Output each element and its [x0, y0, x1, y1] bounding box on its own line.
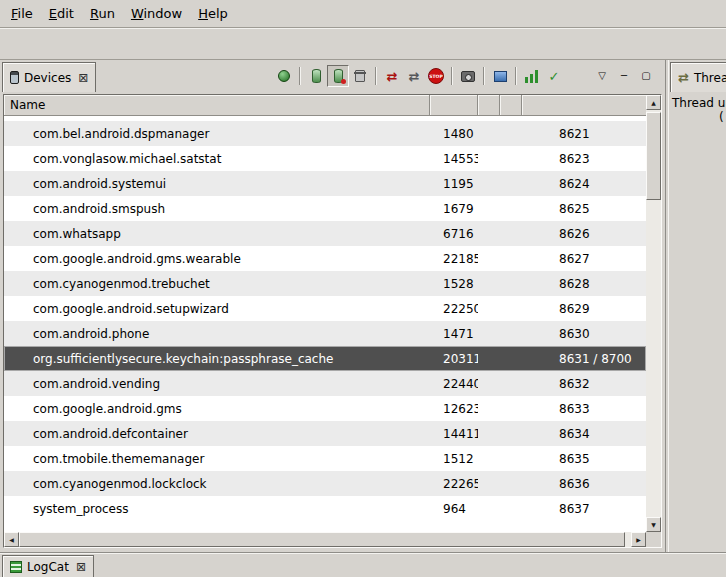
process-port-cell: 8621	[522, 127, 646, 141]
process-row[interactable]: com.android.smspush 1679 8625	[4, 196, 646, 221]
sysinfo-button[interactable]	[521, 65, 543, 87]
process-row[interactable]: com.cyanogenmod.trebuchet 1528 8628	[4, 271, 646, 296]
process-pid-cell: 22250	[430, 302, 478, 316]
close-icon[interactable]: ⊠	[76, 561, 86, 573]
scroll-left-icon: ◀	[9, 536, 14, 543]
logcat-icon	[10, 561, 22, 573]
menu-help[interactable]: Help	[191, 2, 237, 25]
process-name-cell: com.android.defcontainer	[4, 427, 430, 441]
scroll-up-button[interactable]: ▲	[646, 95, 661, 110]
toolbar-separator	[515, 67, 517, 85]
scroll-right-button[interactable]: ▶	[631, 532, 646, 547]
process-pid-cell: 1679	[430, 202, 478, 216]
stop-process-button[interactable]: STOP	[425, 65, 447, 87]
process-pid-cell: 6716	[430, 227, 478, 241]
process-pid-cell: 1195	[430, 177, 478, 191]
process-row[interactable]: com.whatsapp 6716 8626	[4, 221, 646, 246]
scroll-down-button[interactable]: ▼	[646, 517, 661, 532]
refresh-button[interactable]: ✓	[543, 65, 565, 87]
column-header-port[interactable]	[522, 95, 646, 115]
threads-message-line2: (	[669, 110, 726, 124]
scrollbar-corner	[646, 532, 661, 547]
main-toolbar-strip	[0, 27, 726, 60]
process-port-cell: 8627	[522, 252, 646, 266]
menu-edit[interactable]: Edit	[42, 2, 83, 25]
process-pid-cell: 20311	[430, 352, 478, 366]
process-port-cell: 8625	[522, 202, 646, 216]
process-port-cell: 8626	[522, 227, 646, 241]
process-name-cell: com.bel.android.dspmanager	[4, 127, 430, 141]
dump-threads-icon: ⇄	[409, 70, 420, 83]
process-row[interactable]: com.android.defcontainer 14411 8634	[4, 421, 646, 446]
tab-devices[interactable]: Devices ⊠	[2, 62, 96, 92]
devices-panel-header: Devices ⊠ ⇄ ⇄ STOP ✓	[0, 60, 665, 94]
column-header-name[interactable]: Name	[4, 95, 430, 115]
update-threads-button[interactable]: ⇄	[381, 65, 403, 87]
process-row[interactable]: com.tmobile.thememanager 1512 8635	[4, 446, 646, 471]
process-name-cell: com.android.systemui	[4, 177, 430, 191]
tab-threads[interactable]: ⇄ Threads	[670, 62, 726, 92]
vertical-scroll-thumb[interactable]	[646, 112, 661, 200]
process-port-cell: 8636	[522, 477, 646, 491]
process-row[interactable]: com.bel.android.dspmanager 1480 8621	[4, 121, 646, 146]
menu-window[interactable]: Window	[124, 2, 191, 25]
process-row[interactable]: com.android.phone 1471 8630	[4, 321, 646, 346]
process-name-cell: com.android.smspush	[4, 202, 430, 216]
process-row[interactable]: com.google.android.gms 12623 8633	[4, 396, 646, 421]
process-row[interactable]: com.cyanogenmod.lockclock 22265 8636	[4, 471, 646, 496]
column-header-pid[interactable]	[430, 95, 478, 115]
view-menu-button[interactable]: ▽	[591, 65, 613, 87]
debug-process-button[interactable]	[273, 65, 295, 87]
horizontal-scroll-thumb[interactable]	[19, 532, 625, 547]
close-icon[interactable]: ⊠	[78, 72, 88, 84]
dump-threads-button[interactable]: ⇄	[403, 65, 425, 87]
process-pid-cell: 22440	[430, 377, 478, 391]
minimize-button[interactable]: ─	[613, 65, 635, 87]
dump-hprof-button[interactable]	[327, 65, 349, 87]
column-header-blank2[interactable]	[500, 95, 522, 115]
view-hierarchy-button[interactable]	[489, 65, 511, 87]
process-row[interactable]: com.google.android.gms.wearable 22185 86…	[4, 246, 646, 271]
device-icon	[10, 71, 19, 84]
process-row[interactable]: system_process 964 8637	[4, 496, 646, 521]
threads-panel-header: ⇄ Threads	[669, 60, 726, 94]
menu-bar: File Edit Run Window Help	[0, 0, 726, 27]
menu-file[interactable]: File	[4, 2, 42, 25]
vertical-scrollbar[interactable]: ▲ ▼	[646, 95, 661, 532]
process-pid-cell: 1528	[430, 277, 478, 291]
process-row[interactable]: com.android.vending 22440 8632	[4, 371, 646, 396]
process-row[interactable]: com.vonglasow.michael.satstat 14553 8623	[4, 146, 646, 171]
logcat-bar: LogCat ⊠	[0, 552, 726, 577]
camera-icon	[461, 71, 475, 82]
process-name-cell: com.tmobile.thememanager	[4, 452, 430, 466]
horizontal-scrollbar[interactable]: ◀ ▶	[4, 532, 646, 547]
toolbar-separator	[299, 67, 301, 85]
stop-sign-icon: STOP	[428, 68, 444, 84]
scroll-down-icon: ▼	[651, 521, 656, 528]
process-row[interactable]: org.sufficientlysecure.keychain:passphra…	[4, 346, 646, 371]
scroll-right-icon: ▶	[636, 536, 641, 543]
process-port-cell: 8624	[522, 177, 646, 191]
minimize-icon: ─	[621, 71, 627, 81]
process-row[interactable]: com.android.systemui 1195 8624	[4, 171, 646, 196]
column-header-blank1[interactable]	[478, 95, 500, 115]
update-heap-button[interactable]	[305, 65, 327, 87]
threads-message: Thread up (	[669, 96, 726, 124]
process-name-cell: com.whatsapp	[4, 227, 430, 241]
tab-logcat[interactable]: LogCat ⊠	[2, 555, 94, 577]
menu-run[interactable]: Run	[83, 2, 124, 25]
maximize-button[interactable]: ▢	[635, 65, 657, 87]
process-name-cell: com.cyanogenmod.lockclock	[4, 477, 430, 491]
process-row[interactable]: com.google.android.setupwizard 22250 862…	[4, 296, 646, 321]
process-name-cell: system_process	[4, 502, 430, 516]
scroll-left-button[interactable]: ◀	[4, 532, 19, 547]
process-port-cell: 8635	[522, 452, 646, 466]
process-port-cell: 8628	[522, 277, 646, 291]
process-port-cell: 8633	[522, 402, 646, 416]
screen-capture-button[interactable]	[457, 65, 479, 87]
maximize-icon: ▢	[641, 71, 650, 81]
cause-gc-button[interactable]	[349, 65, 371, 87]
tab-devices-label: Devices	[24, 71, 71, 85]
table-header: Name	[4, 95, 646, 116]
tab-threads-label: Threads	[694, 71, 726, 85]
